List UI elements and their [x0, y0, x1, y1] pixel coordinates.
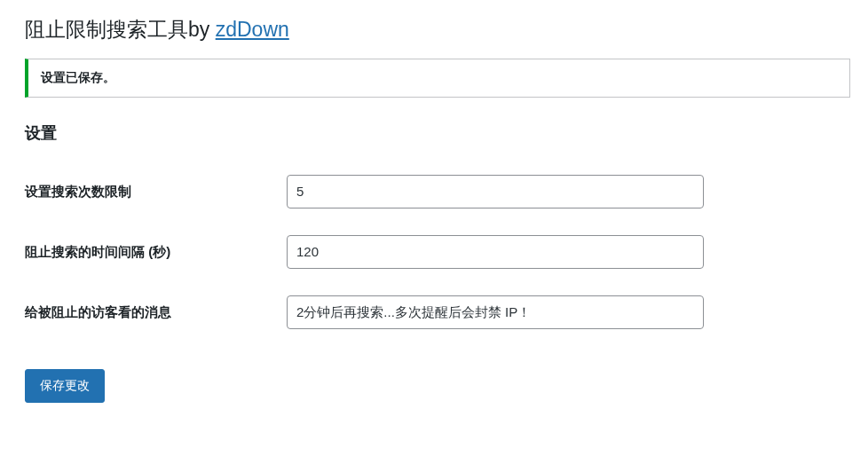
page-title-link[interactable]: zdDown — [216, 18, 289, 41]
label-block-interval: 阻止搜索的时间间隔 (秒) — [25, 222, 287, 282]
row-block-interval: 阻止搜索的时间间隔 (秒) — [25, 222, 857, 282]
page-title: 阻止限制搜索工具by zdDown — [18, 0, 850, 54]
input-block-interval[interactable] — [287, 235, 704, 269]
row-search-limit: 设置搜索次数限制 — [25, 161, 857, 222]
notice-success: 设置已保存。 — [25, 59, 850, 98]
notice-message: 设置已保存。 — [41, 70, 115, 84]
input-search-limit[interactable] — [287, 175, 704, 208]
label-blocked-message: 给被阻止的访客看的消息 — [25, 282, 287, 342]
submit-row: 保存更改 — [25, 369, 850, 403]
input-blocked-message[interactable] — [287, 295, 704, 329]
section-title: 设置 — [25, 122, 850, 144]
row-blocked-message: 给被阻止的访客看的消息 — [25, 282, 857, 342]
label-search-limit: 设置搜索次数限制 — [25, 161, 287, 222]
settings-form-table: 设置搜索次数限制 阻止搜索的时间间隔 (秒) 给被阻止的访客看的消息 — [25, 161, 857, 342]
save-button[interactable]: 保存更改 — [25, 369, 105, 403]
page-title-prefix: 阻止限制搜索工具by — [25, 18, 216, 41]
